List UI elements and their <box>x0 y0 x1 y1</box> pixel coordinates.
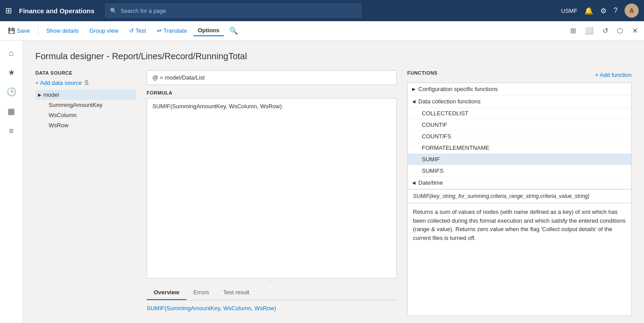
search-icon: 🔍 <box>110 8 117 14</box>
refresh-icon: ↺ <box>129 27 134 34</box>
close-icon[interactable]: ✕ <box>629 25 640 37</box>
toolbar-right: ⊞ ⬜ ↺ ⬡ ✕ <box>568 25 640 37</box>
layout-icon[interactable]: ⊞ <box>568 25 579 37</box>
functions-panel: FUNCTIONS + Add function ▶ Configuration… <box>402 70 632 316</box>
formula-result-text: SUMIF(SummingAmountKey, WsColumn, WsRow) <box>147 305 276 312</box>
add-function-link[interactable]: + Add function <box>595 72 632 78</box>
fn-item-countifs[interactable]: COUNTIFS <box>408 131 631 142</box>
sidebar-item-workspaces[interactable]: ▦ <box>3 103 20 120</box>
save-button[interactable]: 💾 Save <box>4 26 34 36</box>
translate-icon: ⇌ <box>157 27 162 34</box>
fn-item-sumifs[interactable]: SUMIFS <box>408 165 631 177</box>
chevron-down-icon: ◀ <box>412 99 416 104</box>
fn-group-datetime[interactable]: ◀ Date/time <box>408 177 631 189</box>
toolbar: 💾 Save Show details Group view ↺ Test ⇌ … <box>0 21 644 41</box>
functions-header: FUNCTIONS + Add function <box>407 70 632 79</box>
tree-item-model-label: model <box>43 91 59 98</box>
toolbar-divider <box>38 26 38 36</box>
fn-group-config-label: Configuration specific functions <box>418 86 498 92</box>
tree-child-wsrow[interactable]: WsRow <box>46 120 136 130</box>
fn-item-countif[interactable]: COUNTIF <box>408 119 631 131</box>
sidebar-item-favorites[interactable]: ★ <box>3 64 20 81</box>
data-source-toolbar: + Add data source S <box>35 79 136 86</box>
show-details-button[interactable]: Show details <box>42 26 83 36</box>
translate-button[interactable]: ⇌ Translate <box>152 26 192 36</box>
data-source-panel: DATA SOURCE + Add data source S ▶ model … <box>35 70 141 316</box>
fn-group-datacollection[interactable]: ◀ Data collection functions <box>408 95 631 108</box>
group-view-button[interactable]: Group view <box>85 26 123 36</box>
fn-group-datetime-label: Date/time <box>418 179 443 186</box>
tabs-row: Overview Errors Test result <box>147 285 397 300</box>
data-source-search-icon[interactable]: S <box>84 79 88 86</box>
user-label: USMF <box>561 8 577 14</box>
main-layout: ⌂ ★ 🕒 ▦ ≡ Formula designer - Report/Line… <box>0 41 644 323</box>
page-title: Formula designer - Report/Lines/Record/R… <box>35 51 632 61</box>
fn-item-collectedlist[interactable]: COLLECTEDLIST <box>408 108 631 119</box>
formula-editor[interactable]: SUMIF(SummingAmountKey, WsColumn, WsRow) <box>147 98 397 278</box>
tab-overview[interactable]: Overview <box>147 285 186 300</box>
resize-handle[interactable]: · · · <box>147 278 397 282</box>
formula-label: FORMULA <box>147 90 397 95</box>
data-source-label: DATA SOURCE <box>35 70 136 76</box>
test-button[interactable]: ↺ Test <box>125 26 151 36</box>
save-icon: 💾 <box>8 27 15 34</box>
sidebar-item-home[interactable]: ⌂ <box>3 44 20 62</box>
chevron-right-icon: ▶ <box>38 92 42 97</box>
grid-icon[interactable]: ⊞ <box>5 6 12 15</box>
fn-group-datacollection-label: Data collection functions <box>418 98 481 105</box>
reload-icon[interactable]: ↺ <box>600 25 611 37</box>
search-bar[interactable]: 🔍 Search for a page <box>105 4 361 18</box>
tree-item-model[interactable]: ▶ model <box>35 90 136 100</box>
notification-icon[interactable]: 🔔 <box>584 7 593 15</box>
office-icon[interactable]: ⬜ <box>582 25 596 37</box>
top-navigation: ⊞ Finance and Operations 🔍 Search for a … <box>0 0 644 21</box>
settings-icon[interactable]: ⚙ <box>600 7 606 15</box>
functions-tree: ▶ Configuration specific functions ◀ Dat… <box>407 83 632 190</box>
fn-description: Returns a sum of values of nodes (with n… <box>407 203 632 316</box>
tree-child-summing[interactable]: SummingAmountKey <box>46 100 136 110</box>
tree-child-wscolumn[interactable]: WsColumn <box>46 110 136 120</box>
add-data-source-link[interactable]: + Add data source <box>35 80 82 86</box>
formula-panel: @ = model/Data/List FORMULA SUMIF(Summin… <box>141 70 402 316</box>
search-placeholder: Search for a page <box>121 8 166 14</box>
formula-expression: @ = model/Data/List <box>147 70 397 85</box>
tree-children: SummingAmountKey WsColumn WsRow <box>35 100 136 130</box>
formula-result: SUMIF(SummingAmountKey, WsColumn, WsRow) <box>147 300 397 316</box>
help-icon[interactable]: ? <box>614 7 617 15</box>
options-button[interactable]: Options <box>193 25 224 36</box>
functions-label: FUNCTIONS <box>407 70 438 76</box>
fn-group-config[interactable]: ▶ Configuration specific functions <box>408 83 631 95</box>
top-nav-right: USMF 🔔 ⚙ ? A <box>561 4 639 18</box>
sidebar-item-recent[interactable]: 🕒 <box>3 83 20 101</box>
fn-signature: SUMIF(key_string_for_summing,criteria_ra… <box>407 190 632 203</box>
data-source-tree: ▶ model SummingAmountKey WsColumn WsRow <box>35 90 136 130</box>
chevron-left-icon: ◀ <box>412 180 416 185</box>
designer-layout: DATA SOURCE + Add data source S ▶ model … <box>35 70 632 316</box>
popout-icon[interactable]: ⬡ <box>614 25 626 37</box>
fn-item-sumif[interactable]: SUMIF <box>408 154 631 165</box>
fn-item-formatelementname[interactable]: FORMATELEMENTNAME <box>408 142 631 154</box>
avatar[interactable]: A <box>625 4 639 18</box>
app-title: Finance and Operations <box>19 7 95 15</box>
chevron-right-icon: ▶ <box>412 87 416 91</box>
sidebar-item-modules[interactable]: ≡ <box>3 122 20 140</box>
sidebar: ⌂ ★ 🕒 ▦ ≡ <box>0 41 23 323</box>
tab-errors[interactable]: Errors <box>186 285 216 300</box>
content-area: Formula designer - Report/Lines/Record/R… <box>23 41 644 323</box>
search-toolbar-icon[interactable]: 🔍 <box>229 27 238 35</box>
tab-test-result[interactable]: Test result <box>216 285 256 300</box>
